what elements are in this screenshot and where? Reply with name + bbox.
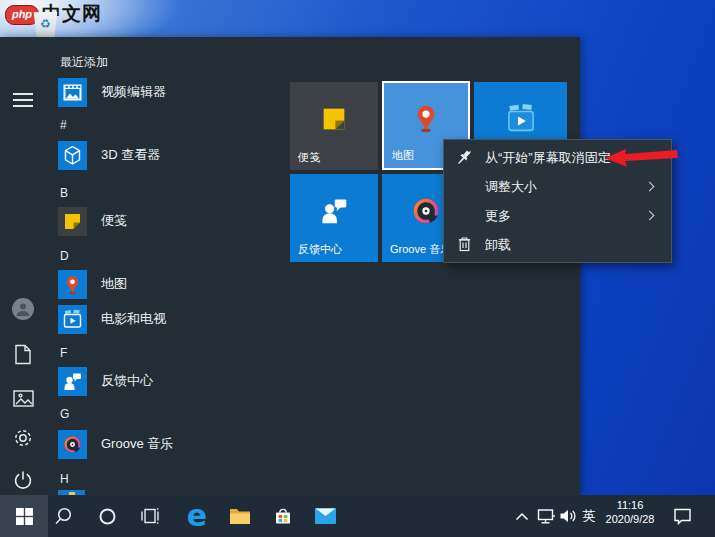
3d-viewer-icon: [58, 141, 87, 170]
start-menu-panel: 最近添加 视频编辑器 # 3D 查看器 B 便笺 D 地图: [0, 37, 580, 495]
user-account-button[interactable]: [10, 296, 36, 322]
desktop: php 中文网 ♻: [0, 0, 715, 537]
task-view-button[interactable]: [130, 495, 170, 537]
app-list-item-movies-tv[interactable]: 电影和电视: [58, 304, 166, 334]
menu-item-resize[interactable]: 调整大小: [444, 172, 671, 201]
sticky-notes-icon: [58, 207, 87, 236]
network-status-button[interactable]: [534, 495, 558, 537]
store-icon: [273, 506, 293, 526]
edge-button[interactable]: e: [177, 495, 217, 537]
hamburger-icon: [13, 93, 33, 107]
maps-icon: [405, 97, 447, 143]
sticky-notes-icon: [314, 99, 354, 143]
search-button[interactable]: [43, 495, 83, 537]
menu-item-label: 更多: [485, 207, 646, 225]
pictures-button[interactable]: [10, 385, 36, 411]
app-list-section-D[interactable]: D: [60, 248, 69, 264]
maps-icon: [58, 270, 87, 299]
app-list-section-G[interactable]: G: [60, 406, 69, 422]
feedback-hub-icon: [58, 367, 87, 396]
file-explorer-button[interactable]: [220, 495, 260, 537]
search-icon: [53, 506, 73, 526]
ime-language-label: 英: [583, 507, 596, 525]
video-editor-icon: [58, 78, 87, 107]
user-avatar: [11, 297, 35, 321]
app-list-section-B[interactable]: B: [60, 185, 68, 201]
menu-item-label: 调整大小: [485, 178, 646, 196]
windows-logo-icon: [16, 508, 33, 525]
ime-indicator[interactable]: 英: [578, 495, 600, 537]
network-icon: [537, 508, 556, 525]
app-list-section-hash[interactable]: #: [60, 117, 67, 133]
app-list-item-video-editor[interactable]: 视频编辑器: [58, 77, 166, 107]
menu-item-uninstall[interactable]: 卸载: [444, 230, 671, 259]
app-list-item-label: 视频编辑器: [101, 83, 166, 101]
tile-label: 便笺: [298, 150, 320, 165]
hidden-icons-chevron: [515, 512, 529, 521]
cortana-button[interactable]: [87, 495, 127, 537]
app-list-item-label: 地图: [101, 275, 127, 293]
settings-gear-icon: [12, 427, 34, 449]
volume-icon: [559, 508, 578, 524]
expand-menu-button[interactable]: [10, 87, 36, 113]
tile-label: Groove 音乐: [390, 242, 451, 257]
documents-button[interactable]: [10, 341, 36, 367]
app-list-item-maps[interactable]: 地图: [58, 269, 127, 299]
mail-icon: [315, 508, 336, 524]
app-list-item-label: 3D 查看器: [101, 146, 160, 164]
volume-button[interactable]: [556, 495, 580, 537]
tile-feedback-hub[interactable]: 反馈中心: [290, 174, 378, 262]
app-list-item-label: 反馈中心: [101, 372, 153, 390]
cortana-icon: [98, 507, 117, 526]
show-hidden-icons-button[interactable]: [508, 495, 536, 537]
taskbar: e 英 11:16 2020/9/28: [0, 495, 715, 537]
submenu-chevron-icon: [645, 182, 655, 192]
menu-item-more[interactable]: 更多: [444, 201, 671, 230]
app-list-item-sticky-notes[interactable]: 便笺: [58, 206, 127, 236]
pictures-icon: [13, 390, 34, 407]
documents-icon: [14, 344, 32, 365]
app-list-item-label: Groove 音乐: [101, 435, 173, 453]
menu-item-label: 卸载: [485, 236, 661, 254]
task-view-icon: [140, 507, 160, 525]
store-button[interactable]: [263, 495, 303, 537]
power-button[interactable]: [10, 467, 36, 493]
mail-button[interactable]: [305, 495, 345, 537]
unpin-icon: [456, 149, 473, 166]
tile-label: 地图: [392, 148, 414, 163]
recycle-bin-icon[interactable]: ♻: [32, 12, 59, 38]
file-explorer-icon: [229, 507, 251, 525]
app-list-item-label: 电影和电视: [101, 310, 166, 328]
php-logo-badge: php: [5, 5, 39, 25]
app-list-item-feedback-hub[interactable]: 反馈中心: [58, 366, 153, 396]
settings-button[interactable]: [10, 425, 36, 451]
edge-icon: e: [187, 501, 207, 531]
tile-label: 反馈中心: [298, 242, 342, 257]
app-list-section-F[interactable]: F: [60, 345, 67, 361]
action-center-icon: [673, 507, 692, 525]
app-list-item-groove-music[interactable]: Groove 音乐: [58, 429, 173, 459]
start-button[interactable]: [0, 495, 48, 537]
movies-tv-icon: [499, 97, 543, 145]
feedback-hub-icon: [313, 190, 355, 236]
groove-music-icon: [58, 430, 87, 459]
taskbar-clock[interactable]: 11:16 2020/9/28: [600, 498, 660, 526]
app-list-section-H[interactable]: H: [60, 471, 69, 487]
submenu-chevron-icon: [645, 211, 655, 221]
clock-date: 2020/9/28: [600, 512, 660, 526]
power-icon: [13, 470, 33, 490]
uninstall-icon: [456, 236, 473, 253]
action-center-button[interactable]: [668, 495, 696, 537]
tile-sticky-notes[interactable]: 便笺: [290, 82, 378, 170]
app-list-section-recent[interactable]: 最近添加: [60, 54, 108, 70]
movies-tv-icon: [58, 305, 87, 334]
app-list-item-label: 便笺: [101, 212, 127, 230]
red-arrow-annotation: [596, 142, 688, 172]
app-list-item-3d-viewer[interactable]: 3D 查看器: [58, 140, 160, 170]
clock-time: 11:16: [600, 498, 660, 512]
groove-music-icon: [404, 189, 448, 237]
